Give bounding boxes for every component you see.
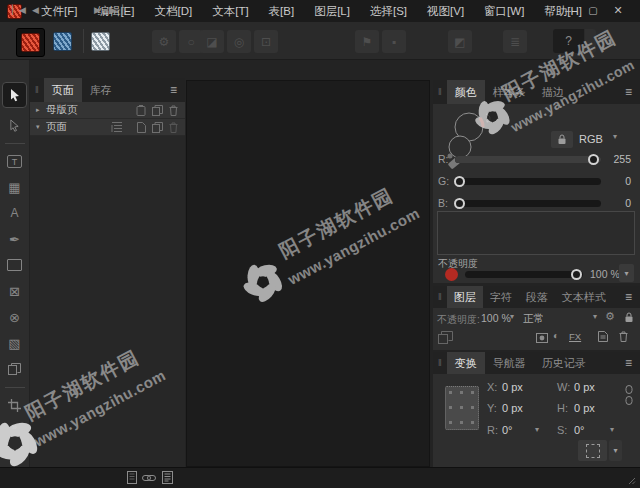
chevron-right-icon[interactable]: ▸ <box>36 106 46 114</box>
move-tool[interactable] <box>2 82 27 108</box>
blue-value[interactable]: 0 <box>605 197 631 209</box>
blue-slider[interactable] <box>455 200 601 207</box>
tab-text-styles[interactable]: 文本样式 <box>555 286 613 308</box>
delete-page-icon[interactable] <box>169 122 178 133</box>
tab-color[interactable]: 颜色 <box>447 80 485 104</box>
add-page-icon[interactable] <box>137 122 146 133</box>
opacity-slider-knob[interactable] <box>571 269 582 280</box>
panel-menu-icon[interactable]: ≡ <box>170 78 185 102</box>
lock-layer-icon[interactable] <box>624 312 634 323</box>
opacity-slider[interactable] <box>465 271 583 278</box>
page-display-icon[interactable] <box>127 471 137 484</box>
link-dimensions-icon[interactable] <box>624 385 634 405</box>
pages-row[interactable]: ▾ 页面 <box>30 119 185 136</box>
layer-effects-button[interactable]: FX <box>569 331 581 342</box>
document-canvas[interactable] <box>186 80 430 467</box>
y-field[interactable]: 0 px <box>502 402 523 414</box>
adjustment-layer-icon[interactable]: ◐ <box>553 330 559 341</box>
help-dropdown[interactable] <box>585 29 596 53</box>
tab-transform[interactable]: 变换 <box>447 352 485 374</box>
chevron-down-icon[interactable]: ▾ <box>535 425 539 434</box>
h-field[interactable]: 0 px <box>574 402 595 414</box>
pages-list-icon[interactable] <box>162 471 173 484</box>
vector-crop-tool[interactable] <box>4 396 26 414</box>
blue-slider-knob[interactable] <box>454 198 465 209</box>
maximize-button[interactable]: ▢ <box>582 0 604 22</box>
opacity-swatch[interactable] <box>445 268 458 281</box>
tab-character[interactable]: 字符 <box>483 286 519 308</box>
mask-layer-icon[interactable] <box>536 333 548 343</box>
pages-list-area[interactable] <box>30 136 185 467</box>
green-slider[interactable] <box>455 178 601 185</box>
tab-layers[interactable]: 图层 <box>447 286 483 308</box>
color-model-select[interactable]: RGB <box>579 133 603 145</box>
delete-layer-icon[interactable] <box>619 331 628 342</box>
red-slider-knob[interactable] <box>588 154 599 165</box>
chevron-down-icon[interactable]: ▾ <box>593 312 597 321</box>
color-well[interactable] <box>437 211 635 255</box>
next-page-button[interactable]: ▶ <box>94 3 101 17</box>
preflight-button[interactable]: ◩ <box>448 30 472 53</box>
color-lock-button[interactable] <box>551 131 573 148</box>
shear-field[interactable]: 0° <box>574 424 585 436</box>
master-pages-row[interactable]: ▸ 母版页 <box>30 102 185 119</box>
tab-swatches[interactable]: 样本条 <box>485 80 534 104</box>
red-value[interactable]: 255 <box>605 153 631 165</box>
persona-designer-button[interactable] <box>50 29 75 54</box>
chevron-down-icon[interactable]: ▾ <box>610 425 614 434</box>
green-value[interactable]: 0 <box>605 175 631 187</box>
blend-mode-select[interactable]: 正常 <box>523 312 544 326</box>
red-slider[interactable] <box>455 156 601 163</box>
panel-grip-icon[interactable]: ‖ <box>433 80 447 104</box>
panel-grip-icon[interactable]: ‖ <box>30 78 44 102</box>
picture-frame-rect-tool[interactable]: ⊠ <box>4 282 26 300</box>
pages-tool[interactable] <box>4 360 26 378</box>
chevron-down-icon[interactable]: ▾ <box>613 132 617 141</box>
new-layer-icon[interactable] <box>598 331 608 342</box>
panel-menu-icon[interactable]: ≡ <box>625 286 640 308</box>
rectangle-tool[interactable] <box>4 256 26 274</box>
page-curl-button[interactable]: ◪ <box>200 30 224 53</box>
previous-page-button[interactable]: ◀ <box>32 3 39 17</box>
chevron-down-icon[interactable]: ▾ <box>510 312 514 321</box>
artistic-text-tool[interactable]: A <box>4 204 26 222</box>
help-button[interactable]: ? <box>553 29 584 53</box>
add-master-icon[interactable] <box>136 105 146 116</box>
duplicate-page-icon[interactable] <box>152 122 163 133</box>
tab-stock[interactable]: 库存 <box>82 78 120 102</box>
table-tool[interactable]: ▦ <box>4 178 26 196</box>
menu-view[interactable]: 视图[V] <box>417 0 474 22</box>
transform-mode-dropdown[interactable]: ▾ <box>609 440 622 461</box>
delete-master-icon[interactable] <box>169 105 178 116</box>
text-settings-button[interactable]: ≣ <box>503 30 527 53</box>
menu-select[interactable]: 选择[S] <box>360 0 417 22</box>
persona-photo-button[interactable] <box>88 29 113 54</box>
picture-frame-ellipse-tool[interactable]: ⊗ <box>4 308 26 326</box>
link-pages-icon[interactable] <box>142 474 156 482</box>
target-button[interactable]: ◎ <box>227 30 251 53</box>
first-page-button[interactable]: ▏◀ <box>12 3 26 17</box>
stroke-color-circle[interactable] <box>449 136 471 158</box>
duplicate-master-icon[interactable] <box>152 105 163 116</box>
menu-window[interactable]: 窗口[W] <box>474 0 534 22</box>
rotation-field[interactable]: 0° <box>502 424 513 436</box>
marker-button[interactable]: ▪ <box>382 30 406 53</box>
tab-stroke[interactable]: 描边 <box>534 80 572 104</box>
minimize-button[interactable]: – <box>557 0 579 22</box>
opacity-value[interactable]: 100 % <box>590 268 620 280</box>
chevron-down-icon[interactable]: ▾ <box>36 123 46 131</box>
layer-opacity-value[interactable]: 100 % <box>481 312 511 324</box>
pen-tool[interactable]: ✒ <box>4 230 26 248</box>
close-button[interactable]: ✕ <box>607 0 629 22</box>
menu-file[interactable]: 文件[F] <box>31 0 87 22</box>
panel-menu-icon[interactable]: ≡ <box>625 80 640 104</box>
panel-grip-icon[interactable]: ‖ <box>433 286 447 308</box>
menu-text[interactable]: 文本[T] <box>202 0 258 22</box>
w-field[interactable]: 0 px <box>574 381 595 393</box>
menu-layer[interactable]: 图层[L] <box>304 0 360 22</box>
resize-grip-icon[interactable] <box>628 477 636 485</box>
menu-document[interactable]: 文档[D] <box>144 0 202 22</box>
more-tools-button[interactable]: » <box>4 418 26 436</box>
x-field[interactable]: 0 px <box>502 381 523 393</box>
insert-pages-icon[interactable] <box>111 122 123 133</box>
